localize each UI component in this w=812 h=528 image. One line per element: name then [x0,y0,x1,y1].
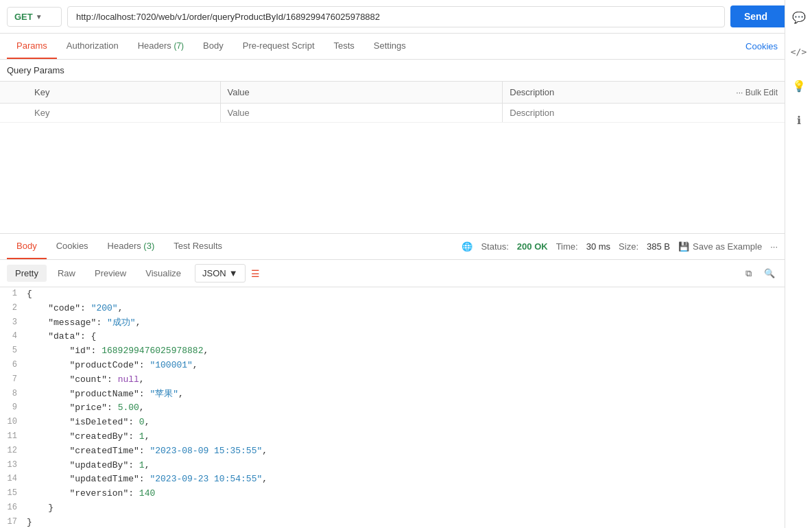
copy-icon[interactable]: ⧉ [743,265,754,282]
tab-headers[interactable]: Headers (7) [128,34,193,59]
header-value: Value [221,82,503,103]
value-input[interactable] [228,108,496,118]
format-tab-visualize[interactable]: Visualize [137,265,189,282]
method-label: GET [14,12,33,22]
format-tab-raw[interactable]: Raw [49,265,84,282]
response-tab-body[interactable]: Body [7,234,47,259]
right-sidebar: 💬 </> 💡 ℹ [785,0,812,528]
globe-icon: 🌐 [462,241,473,252]
size-label: Size: [619,241,638,252]
format-tabs: Pretty Raw Preview Visualize JSON ▼ ☰ ⧉ … [0,260,785,287]
response-tab-test-results[interactable]: Test Results [164,234,232,259]
response-tab-headers[interactable]: Headers (3) [98,234,165,259]
tab-params[interactable]: Params [7,34,57,59]
tab-authorization[interactable]: Authorization [57,34,128,59]
json-line: 12 "createdTime": "2023-08-09 15:35:55", [0,444,785,459]
bulk-edit-button[interactable]: ··· Bulk Edit [736,88,778,97]
json-format-selector[interactable]: JSON ▼ [195,264,246,283]
tab-pre-request[interactable]: Pre-request Script [233,34,324,59]
params-table-header: Key Value Description ··· Bulk Edit [0,82,785,104]
request-tabs: Params Authorization Headers (7) Body Pr… [0,34,785,60]
json-line: 1{ [0,287,785,302]
status-code: 200 OK [517,241,548,252]
time-label: Time: [556,241,578,252]
row-desc[interactable] [503,104,785,122]
filter-icon[interactable]: ☰ [251,268,260,279]
json-viewer[interactable]: 1{2 "code": "200",3 "message": "成功",4 "d… [0,287,785,528]
more-options-icon[interactable]: ··· [770,241,778,252]
json-line: 6 "productCode": "100001", [0,359,785,373]
response-meta: 🌐 Status: 200 OK Time: 30 ms Size: 385 B… [462,241,778,252]
method-chevron-icon: ▼ [36,13,43,21]
row-check [0,104,27,122]
tab-body[interactable]: Body [193,34,233,59]
format-actions: ⧉ 🔍 [743,265,778,282]
key-input[interactable] [34,108,213,118]
json-line: 17} [0,516,785,528]
header-desc: Description ··· Bulk Edit [503,82,785,103]
tab-tests[interactable]: Tests [324,34,364,59]
method-selector[interactable]: GET ▼ [7,7,62,27]
divider-area [0,123,785,233]
json-line: 11 "createdBy": 1, [0,430,785,444]
row-value[interactable] [221,104,503,122]
query-params-label: Query Params [0,60,785,81]
json-line: 4 "data": { [0,330,785,344]
row-key[interactable] [27,104,221,122]
size-value: 385 B [647,241,670,252]
response-tabs: Body Cookies Headers (3) Test Results 🌐 … [0,234,785,260]
params-table: Key Value Description ··· Bulk Edit [0,81,785,123]
response-section: Body Cookies Headers (3) Test Results 🌐 … [0,233,785,528]
code-icon[interactable]: </> [789,41,809,62]
status-label: Status: [481,241,508,252]
json-line: 5 "id": 1689299476025978882, [0,344,785,359]
json-line: 2 "code": "200", [0,302,785,316]
search-icon[interactable]: 🔍 [761,265,778,282]
json-line: 14 "updatedTime": "2023-09-23 10:54:55", [0,472,785,487]
json-line: 3 "message": "成功", [0,316,785,331]
json-line: 15 "reversion": 140 [0,487,785,501]
json-line: 9 "price": 5.00, [0,401,785,416]
json-line: 13 "updatedBy": 1, [0,459,785,473]
time-value: 30 ms [586,241,610,252]
save-as-example-button[interactable]: 💾 Save as Example [678,241,762,252]
cookies-link[interactable]: Cookies [745,34,778,58]
desc-input[interactable] [510,108,778,118]
url-input[interactable] [67,6,725,27]
top-bar: GET ▼ Send ▼ [0,0,812,34]
json-line: 7 "count": null, [0,373,785,387]
format-tab-pretty[interactable]: Pretty [7,265,47,282]
format-tab-preview[interactable]: Preview [86,265,134,282]
json-chevron-icon: ▼ [229,268,238,278]
response-tab-cookies[interactable]: Cookies [47,234,98,259]
header-key: Key [27,82,221,103]
send-label: Send [730,5,781,27]
header-check [0,82,27,103]
table-row [0,104,785,123]
main-content: Params Authorization Headers (7) Body Pr… [0,34,785,528]
chat-icon[interactable]: 💬 [789,7,809,27]
json-line: 8 "productName": "苹果", [0,387,785,402]
bulb-icon[interactable]: 💡 [789,75,809,96]
json-line: 10 "isDeleted": 0, [0,416,785,430]
tab-settings[interactable]: Settings [364,34,416,59]
info-icon[interactable]: ℹ [789,110,809,130]
save-icon: 💾 [678,241,689,252]
json-line: 16 } [0,501,785,516]
